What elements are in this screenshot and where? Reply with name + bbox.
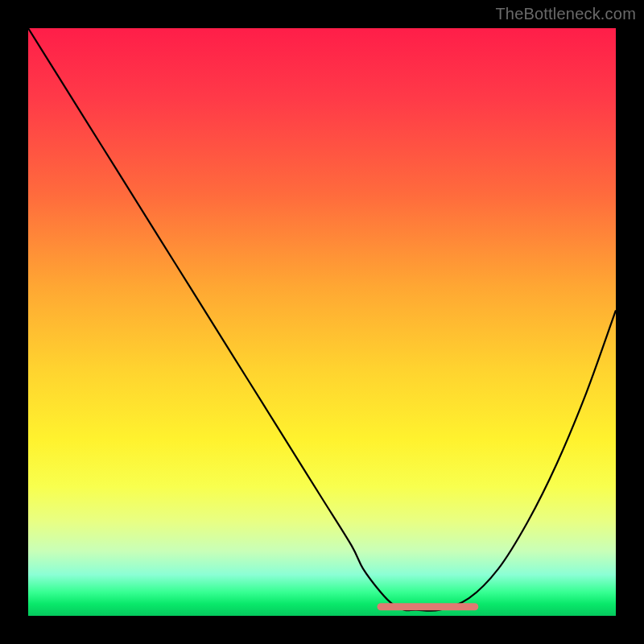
chart-plot-area (28, 28, 616, 616)
chart-frame: TheBottleneck.com (0, 0, 644, 644)
bottleneck-curve (28, 28, 616, 616)
watermark-text: TheBottleneck.com (495, 5, 636, 23)
curve-path (28, 28, 616, 611)
